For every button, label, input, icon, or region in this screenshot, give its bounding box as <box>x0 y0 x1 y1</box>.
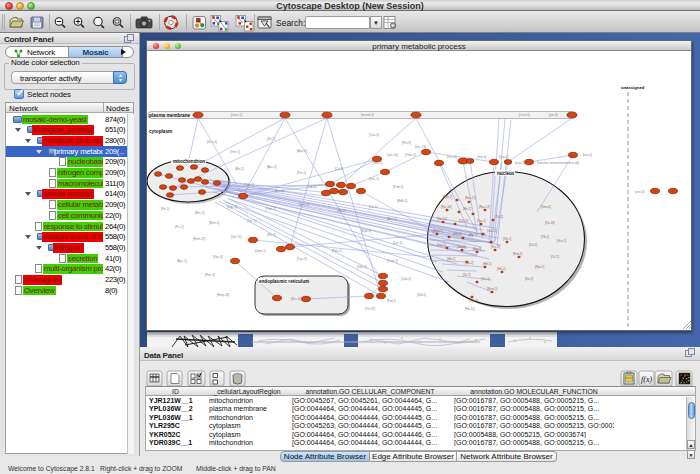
svg-text:nucleus: nucleus <box>497 171 515 176</box>
svg-text:[Hem-25]: [Hem-25] <box>193 237 206 241</box>
svg-text:[Dic-1]: [Dic-1] <box>275 189 284 193</box>
svg-text:[Cdc-6]: [Cdc-6] <box>469 299 478 303</box>
svg-text:[Gcn-4]: [Gcn-4] <box>207 140 217 144</box>
svg-text:[Ctp-1]: [Ctp-1] <box>307 185 316 189</box>
svg-text:[Frd-1]: [Frd-1] <box>387 299 396 303</box>
svg-text:[Cyb-2]: [Cyb-2] <box>401 277 411 281</box>
svg-text:[Cys-3]: [Cys-3] <box>297 257 307 261</box>
svg-text:[Mtm-1]: [Mtm-1] <box>209 221 219 225</box>
svg-text:[Oac-1]: [Oac-1] <box>369 177 379 181</box>
svg-text:[Srb-4]: [Srb-4] <box>453 232 462 236</box>
svg-text:[chan-6]: [chan-6] <box>519 113 530 117</box>
svg-text:[vps-16]: [vps-16] <box>387 153 398 157</box>
svg-text:[memb-4]: [memb-4] <box>361 113 374 117</box>
svg-text:[Ccl-1]: [Ccl-1] <box>551 255 559 259</box>
svg-text:[rna-e]: [rna-e] <box>583 153 592 157</box>
svg-text:[nuc-tr]: [nuc-tr] <box>447 155 457 159</box>
svg-text:[Lat-1]: [Lat-1] <box>369 205 378 209</box>
svg-text:[Gal-11]: [Gal-11] <box>487 229 497 233</box>
svg-text:[Emp-24]: [Emp-24] <box>217 293 229 297</box>
svg-text:[Mcm-2]: [Mcm-2] <box>487 287 497 291</box>
svg-text:[Vps-4]: [Vps-4] <box>213 255 223 259</box>
svg-text:[Flx-1]: [Flx-1] <box>161 207 170 211</box>
svg-text:[Cox-5]: [Cox-5] <box>369 133 379 137</box>
svg-text:[Rpa-12]: [Rpa-12] <box>479 205 490 209</box>
svg-text:[Mdh-1]: [Mdh-1] <box>397 199 407 203</box>
svg-text:[Snf-6]: [Snf-6] <box>457 245 465 249</box>
svg-text:[Aco-1]: [Aco-1] <box>387 217 397 221</box>
svg-text:[Sth-1]: [Sth-1] <box>503 237 511 241</box>
svg-text:[Sin-3]: [Sin-3] <box>525 277 533 281</box>
svg-text:[Htb-1]: [Htb-1] <box>447 257 456 261</box>
svg-text:[nup-2]: [nup-2] <box>515 161 525 165</box>
svg-text:[Kgd-1]: [Kgd-1] <box>361 229 371 233</box>
svg-text:f(x): f(x) <box>641 375 652 384</box>
svg-text:[Ssl-2]: [Ssl-2] <box>529 243 537 247</box>
svg-text:[Rpo-21]: [Rpo-21] <box>465 196 476 200</box>
svg-text:[Slt-2]: [Slt-2] <box>267 137 275 141</box>
svg-text:[Sdh-1]: [Sdh-1] <box>357 265 367 269</box>
svg-text:[Orc-1]: [Orc-1] <box>481 277 490 281</box>
svg-text:[Odc-2]: [Odc-2] <box>244 183 254 187</box>
svg-text:[Pmt-3]: [Pmt-3] <box>205 273 215 277</box>
svg-text:[Pic-2]: [Pic-2] <box>175 225 184 229</box>
svg-text:plasma membrane: plasma membrane <box>149 113 191 118</box>
svg-text:[Spt-15]: [Spt-15] <box>437 217 447 221</box>
svg-text:[Sir-2]: [Sir-2] <box>463 273 471 277</box>
svg-text:[Atp-11]: [Atp-11] <box>297 149 307 153</box>
svg-text:[Ypr-11]: [Ypr-11] <box>231 235 241 239</box>
svg-text:[Rsc-8]: [Rsc-8] <box>491 245 500 249</box>
svg-text:[Osm-1]: [Osm-1] <box>387 259 398 263</box>
svg-text:[Swi-1]: [Swi-1] <box>437 243 446 247</box>
svg-text:[Tpc-1]: [Tpc-1] <box>247 219 257 223</box>
svg-text:[Rpb-2]: [Rpb-2] <box>443 195 452 199</box>
svg-text:[Por-1]: [Por-1] <box>297 171 306 175</box>
svg-text:[transloc-related:membrane-ab]: [transloc-related:membrane-ab] <box>537 161 579 165</box>
svg-text:[Toa-1]: [Toa-1] <box>477 219 486 223</box>
svg-text:[Lsc-1]: [Lsc-1] <box>393 241 402 245</box>
svg-text:[Pda-1]: [Pda-1] <box>332 249 342 253</box>
svg-text:[Yme-1]: [Yme-1] <box>405 153 416 157</box>
svg-text:[pm-8]: [pm-8] <box>549 113 558 117</box>
svg-text:[Fum-1]: [Fum-1] <box>393 185 404 189</box>
svg-text:[Ume-6]: [Ume-6] <box>541 205 551 209</box>
svg-text:[Hta-2]: [Hta-2] <box>465 261 474 265</box>
svg-text:[Kin-28]: [Kin-28] <box>545 221 555 225</box>
svg-text:[Mrs-3]: [Mrs-3] <box>195 211 204 215</box>
svg-text:[Tfa-2]: [Tfa-2] <box>495 215 503 219</box>
svg-text:[Gcn-5]: [Gcn-5] <box>557 239 566 243</box>
svg-text:cytoplasm: cytoplasm <box>149 129 172 134</box>
svg-text:[Cit-1]: [Cit-1] <box>335 167 343 171</box>
svg-text:[Sfc-1]: [Sfc-1] <box>267 233 276 237</box>
svg-text:[Yel-47]: [Yel-47] <box>365 307 375 311</box>
svg-text:[kap-1]: [kap-1] <box>499 155 508 159</box>
svg-text:[trans-2]: [trans-2] <box>231 113 242 117</box>
svg-text:[Pol-12]: [Pol-12] <box>465 307 475 311</box>
svg-text:[Rgr-1]: [Rgr-1] <box>469 233 478 237</box>
svg-text:endoplasmic reticulum: endoplasmic reticulum <box>259 279 309 284</box>
svg-text:[unn-4]: [unn-4] <box>635 190 645 194</box>
svg-text:[Yhm-2]: [Yhm-2] <box>265 207 276 211</box>
svg-text:[Arp-9]: [Arp-9] <box>473 247 482 251</box>
svg-text:unassigned: unassigned <box>621 85 645 90</box>
svg-text:[Agc-1]: [Agc-1] <box>177 259 187 263</box>
svg-text:[Dld-1]: [Dld-1] <box>417 293 426 297</box>
svg-text:[Hhf-1]: [Hhf-1] <box>483 262 492 266</box>
svg-text:[Taf-14]: [Taf-14] <box>459 219 469 223</box>
svg-text:[Aac-1]: [Aac-1] <box>267 165 277 169</box>
svg-text:[Sec-6]: [Sec-6] <box>291 297 301 301</box>
svg-text:[Ret-1]: [Ret-1] <box>463 207 472 211</box>
svg-text:[Gpm-1]: [Gpm-1] <box>255 249 266 253</box>
svg-text:[Hht-2]: [Hht-2] <box>497 267 506 271</box>
svg-text:[Tfb-1]: [Tfb-1] <box>541 235 549 239</box>
svg-text:[Rad-3]: [Rad-3] <box>513 252 522 256</box>
svg-text:[imp-b]: [imp-b] <box>477 155 486 159</box>
svg-text:[Med-7]: [Med-7] <box>433 229 443 233</box>
svg-text:[Ymr-1]: [Ymr-1] <box>230 150 240 154</box>
svg-text:[Mir-1]: [Mir-1] <box>235 167 244 171</box>
svg-text:[Rim-2]: [Rim-2] <box>299 203 309 207</box>
svg-text:[Tom-2]: [Tom-2] <box>372 161 382 165</box>
svg-text:[sec-13]: [sec-13] <box>415 145 426 149</box>
svg-text:[Pet-9]: [Pet-9] <box>402 141 411 145</box>
svg-text:mitochondrion: mitochondrion <box>173 159 205 164</box>
